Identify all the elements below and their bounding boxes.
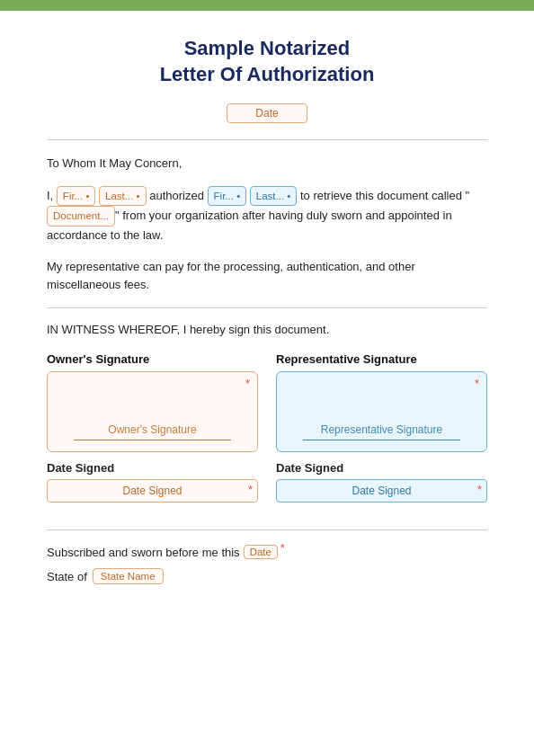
rep-last-field[interactable]: Last... •	[250, 186, 298, 206]
paragraph2: My representative can pay for the proces…	[47, 258, 487, 296]
top-accent-bar	[0, 0, 534, 11]
divider-bottom	[47, 529, 487, 530]
owner-date-required: *	[248, 483, 253, 496]
state-text: State of State Name	[47, 568, 487, 584]
owner-sig-required: *	[245, 377, 250, 390]
rep-date-required: *	[477, 483, 482, 496]
state-field[interactable]: State Name	[93, 568, 164, 584]
signatures-row: Owner's Signature * Owner's Signature Re…	[47, 352, 487, 452]
subscribed-pre: Subscribed and sworn before me this	[47, 546, 240, 559]
owner-signature-block: Owner's Signature * Owner's Signature	[47, 352, 258, 452]
subscribed-text: Subscribed and sworn before me this Date…	[47, 545, 487, 559]
page-title: Sample Notarized Letter Of Authorization	[47, 36, 487, 87]
rep-first-field[interactable]: Fir... •	[208, 186, 247, 206]
rep-sig-label: Representative Signature	[276, 352, 487, 366]
divider-top	[47, 139, 487, 140]
rep-sig-box[interactable]: * Representative Signature	[276, 371, 487, 452]
document-field[interactable]: Document...	[47, 206, 115, 226]
owner-sig-label: Owner's Signature	[47, 352, 258, 366]
state-pre: State of	[47, 570, 87, 583]
rep-date-label: Date Signed	[276, 461, 487, 475]
owner-sig-underline	[74, 440, 231, 440]
para1-pre: I,	[47, 189, 53, 202]
greeting-text: To Whom It May Concern,	[47, 155, 487, 173]
rep-date-field[interactable]: Date Signed	[276, 479, 487, 503]
rep-sig-required: *	[475, 377, 479, 390]
witness-text: IN WITNESS WHEREOF, I hereby sign this d…	[47, 323, 487, 336]
rep-signature-block: Representative Signature * Representativ…	[276, 352, 487, 452]
owner-first-field[interactable]: Fir... •	[57, 186, 96, 206]
divider-mid	[47, 307, 487, 308]
owner-date-field[interactable]: Date Signed	[47, 479, 258, 503]
date-signed-row: Date Signed Date Signed * Date Signed Da…	[47, 461, 487, 503]
notary-date-field[interactable]: Date	[244, 545, 278, 559]
owner-sig-placeholder: Owner's Signature	[108, 423, 196, 436]
rep-date-block: Date Signed Date Signed *	[276, 461, 487, 503]
rep-sig-placeholder: Representative Signature	[321, 423, 442, 436]
paragraph1: I, Fir... • Last... • authorized Fir... …	[47, 186, 487, 245]
owner-last-field[interactable]: Last... •	[99, 186, 147, 206]
owner-date-label: Date Signed	[47, 461, 258, 475]
owner-date-block: Date Signed Date Signed *	[47, 461, 258, 503]
date-field[interactable]: Date	[227, 103, 307, 123]
notary-date-required: *	[280, 541, 285, 555]
rep-sig-underline	[303, 440, 460, 440]
subscribed-section: Subscribed and sworn before me this Date…	[47, 545, 487, 584]
owner-sig-box[interactable]: * Owner's Signature	[47, 371, 258, 452]
